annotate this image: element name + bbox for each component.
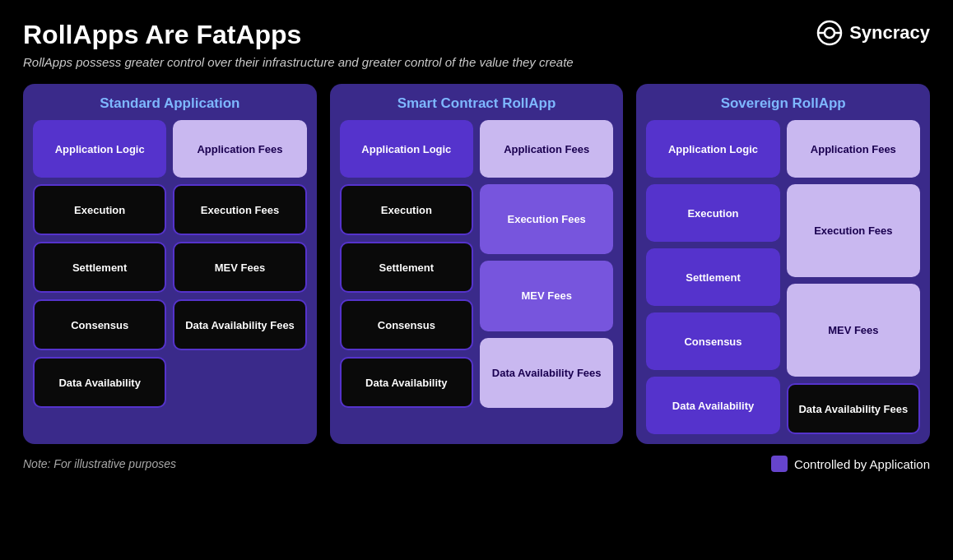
smart-settlement: Settlement: [340, 242, 473, 293]
logo: Syncracy: [816, 20, 930, 46]
smart-da-fees: Data Availability Fees: [480, 338, 613, 408]
page-title: RollApps Are FatApps: [23, 20, 301, 50]
smart-grid: Execution Settlement Consensus Data Avai…: [340, 184, 614, 408]
sovereign-execution: Execution: [646, 184, 779, 242]
sovereign-mev-fees: MEV Fees: [787, 284, 920, 377]
legend-label: Controlled by Application: [794, 457, 930, 471]
smart-execution: Execution: [340, 184, 473, 235]
columns-container: Standard Application Application Logic A…: [23, 84, 930, 444]
column-smart: Smart Contract RollApp Application Logic…: [330, 84, 624, 444]
standard-data-availability: Data Availability: [33, 357, 166, 408]
standard-right-col: Execution Fees MEV Fees Data Availabilit…: [173, 184, 306, 408]
header: RollApps Are FatApps Syncracy: [23, 20, 930, 50]
col-title-standard: Standard Application: [33, 95, 307, 112]
sovereign-settlement: Settlement: [646, 248, 779, 306]
smart-right-col: Execution Fees MEV Fees Data Availabilit…: [480, 184, 613, 408]
sovereign-consensus: Consensus: [646, 312, 779, 370]
smart-app-logic: Application Logic: [340, 120, 473, 178]
sovereign-app-fees: Application Fees: [787, 120, 920, 178]
sovereign-left-col: Execution Settlement Consensus Data Avai…: [646, 184, 779, 434]
sovereign-grid: Execution Settlement Consensus Data Avai…: [646, 184, 920, 434]
legend-color-box: [771, 456, 788, 472]
smart-top-row: Application Logic Application Fees: [340, 120, 614, 178]
standard-settlement: Settlement: [33, 242, 166, 293]
sovereign-right-col: Execution Fees MEV Fees Data Availabilit…: [787, 184, 920, 434]
subtitle: RollApps possess greater control over th…: [23, 55, 930, 69]
standard-mev-fees: MEV Fees: [173, 242, 306, 293]
logo-icon: [816, 20, 843, 46]
smart-mev-fees: MEV Fees: [480, 261, 613, 331]
standard-app-logic: Application Logic: [33, 120, 166, 178]
smart-consensus: Consensus: [340, 299, 473, 350]
standard-consensus: Consensus: [33, 299, 166, 350]
standard-execution-fees: Execution Fees: [173, 184, 306, 235]
standard-left-col: Execution Settlement Consensus Data Avai…: [33, 184, 166, 408]
standard-top-row: Application Logic Application Fees: [33, 120, 307, 178]
sovereign-da-fees: Data Availability Fees: [787, 383, 920, 434]
sovereign-data-availability: Data Availability: [646, 377, 779, 434]
svg-point-1: [825, 28, 834, 38]
smart-left-col: Execution Settlement Consensus Data Avai…: [340, 184, 473, 408]
page-container: RollApps Are FatApps Syncracy RollApps p…: [23, 20, 930, 472]
smart-app-fees: Application Fees: [480, 120, 613, 178]
column-sovereign: Sovereign RollApp Application Logic Appl…: [636, 84, 930, 444]
sovereign-app-logic: Application Logic: [646, 120, 779, 178]
logo-text: Syncracy: [849, 22, 930, 44]
standard-da-fees: Data Availability Fees: [173, 299, 306, 350]
col-title-smart: Smart Contract RollApp: [340, 95, 614, 112]
column-standard: Standard Application Application Logic A…: [23, 84, 317, 444]
footer: Note: For illustrative purposes Controll…: [23, 456, 930, 472]
sovereign-top-row: Application Logic Application Fees: [646, 120, 920, 178]
smart-execution-fees: Execution Fees: [480, 184, 613, 254]
standard-app-fees: Application Fees: [173, 120, 306, 178]
standard-execution: Execution: [33, 184, 166, 235]
smart-data-availability: Data Availability: [340, 357, 473, 408]
legend: Controlled by Application: [771, 456, 930, 472]
sovereign-execution-fees: Execution Fees: [787, 184, 920, 277]
footer-note: Note: For illustrative purposes: [23, 457, 176, 470]
standard-grid: Execution Settlement Consensus Data Avai…: [33, 184, 307, 408]
col-title-sovereign: Sovereign RollApp: [646, 95, 920, 112]
